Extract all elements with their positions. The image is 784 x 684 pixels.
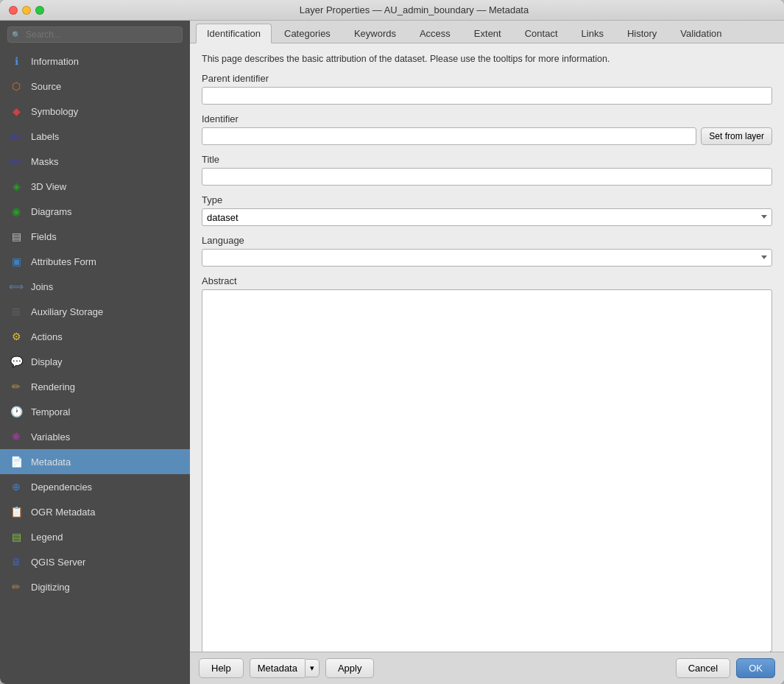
- dependencies-icon: ⊕: [9, 479, 24, 494]
- parent-identifier-input[interactable]: [202, 87, 772, 105]
- temporal-icon: 🕐: [9, 404, 24, 419]
- sidebar-label-attributes-form: Attributes Form: [31, 256, 96, 267]
- right-panel: Identification Categories Keywords Acces…: [190, 21, 784, 684]
- titlebar: Layer Properties — AU_admin_boundary — M…: [0, 0, 784, 21]
- identifier-group: Identifier Set from layer: [202, 113, 772, 145]
- masks-icon: abc: [9, 154, 24, 169]
- sidebar-item-metadata[interactable]: 📄 Metadata: [0, 449, 190, 474]
- sidebar-label-auxiliary-storage: Auxiliary Storage: [31, 306, 103, 317]
- apply-button[interactable]: Apply: [325, 658, 375, 678]
- search-wrapper: [7, 27, 183, 43]
- sidebar-item-diagrams[interactable]: ◉ Diagrams: [0, 199, 190, 224]
- help-button[interactable]: Help: [199, 658, 244, 678]
- sidebar-item-labels[interactable]: abc Labels: [0, 124, 190, 149]
- ok-button[interactable]: OK: [736, 658, 775, 678]
- sidebar-item-dependencies[interactable]: ⊕ Dependencies: [0, 474, 190, 499]
- parent-identifier-group: Parent identifier: [202, 73, 772, 105]
- sidebar-item-legend[interactable]: ▤ Legend: [0, 524, 190, 549]
- information-icon: ℹ: [9, 54, 24, 68]
- rendering-icon: ✏: [9, 379, 24, 394]
- symbology-icon: ◆: [9, 104, 24, 119]
- metadata-dropdown-arrow[interactable]: ▾: [305, 659, 319, 677]
- ogr-metadata-icon: 📋: [9, 504, 24, 519]
- minimize-button[interactable]: [22, 6, 31, 15]
- sidebar-label-temporal: Temporal: [31, 406, 70, 417]
- set-from-layer-button[interactable]: Set from layer: [701, 127, 772, 145]
- sidebar-item-3dview[interactable]: ◈ 3D View: [0, 174, 190, 199]
- sidebar-item-digitizing[interactable]: ✏ Digitizing: [0, 574, 190, 599]
- digitizing-icon: ✏: [9, 579, 24, 594]
- attributes-form-icon: ▣: [9, 254, 24, 269]
- content-area: This page describes the basic attributio…: [190, 43, 784, 652]
- qgis-server-icon: 🖥: [9, 554, 24, 569]
- metadata-dropdown: Metadata ▾: [250, 658, 319, 678]
- sidebar-label-qgis-server: QGIS Server: [31, 557, 85, 568]
- window-title: Layer Properties — AU_admin_boundary — M…: [53, 4, 775, 15]
- sidebar-item-display[interactable]: 💬 Display: [0, 349, 190, 374]
- type-group: Type dataset series service tile feature…: [202, 194, 772, 226]
- diagrams-icon: ◉: [9, 204, 24, 219]
- title-input[interactable]: [202, 168, 772, 186]
- sidebar-label-dependencies: Dependencies: [31, 482, 92, 493]
- tab-validation[interactable]: Validation: [669, 24, 732, 43]
- tab-identification[interactable]: Identification: [196, 24, 272, 43]
- sidebar-label-labels: Labels: [31, 131, 59, 142]
- actions-icon: ⚙: [9, 329, 24, 344]
- sidebar-item-ogr-metadata[interactable]: 📋 OGR Metadata: [0, 499, 190, 524]
- metadata-icon: 📄: [9, 454, 24, 469]
- sidebar-item-attributes-form[interactable]: ▣ Attributes Form: [0, 249, 190, 274]
- sidebar-item-source[interactable]: ⬡ Source: [0, 74, 190, 99]
- sidebar-item-auxiliary-storage[interactable]: ⊞ Auxiliary Storage: [0, 299, 190, 324]
- language-label: Language: [202, 235, 772, 246]
- sidebar-label-diagrams: Diagrams: [31, 206, 72, 217]
- tab-extent[interactable]: Extent: [463, 24, 512, 43]
- cancel-button[interactable]: Cancel: [676, 658, 730, 678]
- sidebar-label-actions: Actions: [31, 331, 63, 342]
- identifier-row: Set from layer: [202, 127, 772, 145]
- maximize-button[interactable]: [35, 6, 44, 15]
- bottom-bar: Help Metadata ▾ Apply Cancel OK: [190, 652, 784, 684]
- tab-links[interactable]: Links: [571, 24, 615, 43]
- close-button[interactable]: [9, 6, 18, 15]
- auxiliary-storage-icon: ⊞: [9, 304, 24, 319]
- tab-access[interactable]: Access: [409, 24, 462, 43]
- sidebar-item-information[interactable]: ℹ Information: [0, 49, 190, 74]
- abstract-group: Abstract: [202, 275, 772, 652]
- sidebar-item-masks[interactable]: abc Masks: [0, 149, 190, 174]
- sidebar-item-joins[interactable]: ⟺ Joins: [0, 274, 190, 299]
- sidebar-label-masks: Masks: [31, 156, 59, 167]
- sidebar-label-information: Information: [31, 56, 79, 67]
- tabs-bar: Identification Categories Keywords Acces…: [190, 21, 784, 43]
- type-label: Type: [202, 194, 772, 205]
- type-select[interactable]: dataset series service tile feature attr…: [202, 208, 772, 226]
- search-input[interactable]: [7, 27, 183, 43]
- sidebar-label-digitizing: Digitizing: [31, 582, 70, 593]
- sidebar-item-rendering[interactable]: ✏ Rendering: [0, 374, 190, 399]
- sidebar-label-fields: Fields: [31, 231, 57, 242]
- sidebar-label-symbology: Symbology: [31, 106, 78, 117]
- sidebar-item-variables[interactable]: ❋ Variables: [0, 424, 190, 449]
- source-icon: ⬡: [9, 79, 24, 94]
- sidebar-item-actions[interactable]: ⚙ Actions: [0, 324, 190, 349]
- language-select[interactable]: [202, 249, 772, 267]
- abstract-textarea[interactable]: [202, 289, 772, 652]
- tab-contact[interactable]: Contact: [514, 24, 569, 43]
- sidebar-label-source: Source: [31, 81, 61, 92]
- metadata-button[interactable]: Metadata: [250, 658, 305, 678]
- sidebar-item-temporal[interactable]: 🕐 Temporal: [0, 399, 190, 424]
- abstract-label: Abstract: [202, 275, 772, 286]
- sidebar-item-symbology[interactable]: ◆ Symbology: [0, 99, 190, 124]
- display-icon: 💬: [9, 354, 24, 369]
- language-group: Language: [202, 235, 772, 267]
- title-group: Title: [202, 154, 772, 186]
- joins-icon: ⟺: [9, 279, 24, 294]
- sidebar-item-qgis-server[interactable]: 🖥 QGIS Server: [0, 549, 190, 574]
- tab-history[interactable]: History: [616, 24, 668, 43]
- tab-categories[interactable]: Categories: [273, 24, 342, 43]
- traffic-lights: [9, 6, 44, 15]
- sidebar: ℹ Information ⬡ Source ◆ Symbology abc L…: [0, 21, 190, 684]
- parent-identifier-label: Parent identifier: [202, 73, 772, 84]
- sidebar-item-fields[interactable]: ▤ Fields: [0, 224, 190, 249]
- identifier-input[interactable]: [202, 127, 696, 145]
- tab-keywords[interactable]: Keywords: [343, 24, 407, 43]
